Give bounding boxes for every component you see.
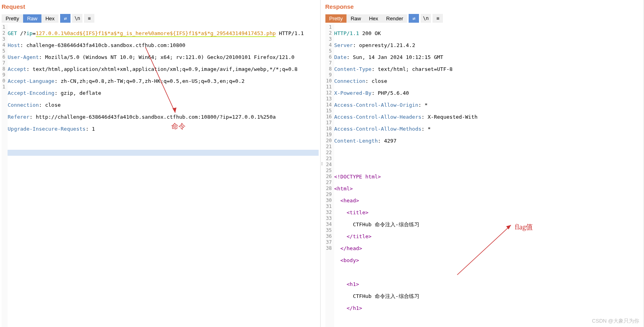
tab-pretty-resp[interactable]: Pretty <box>325 14 347 23</box>
wrap-icon[interactable]: ⇄ <box>60 14 70 23</box>
tab-raw[interactable]: Raw <box>23 14 41 23</box>
tab-render-resp[interactable]: Render <box>382 14 407 23</box>
newline-icon[interactable]: \n <box>72 14 82 23</box>
request-title: Request <box>2 3 319 14</box>
watermark: CSDN @大象只为你 <box>592 317 639 325</box>
wrap-icon-resp[interactable]: ⇄ <box>409 14 419 23</box>
response-panel: Response Pretty Raw Hex Render ⇄ \n ≡ 12… <box>324 0 644 327</box>
request-panel: Request Pretty Raw Hex ⇄ \n ≡ 1234567890… <box>0 0 321 327</box>
response-content[interactable]: HTTP/1.1 200 OK Server: openresty/1.21.4… <box>334 24 642 327</box>
response-gutter: 1234567891011121314151617181920212223242… <box>325 24 334 327</box>
injected-command: 127.0.0.1%0acd${IFS}f1$*a$*g_is_here%0am… <box>36 30 276 37</box>
tab-pretty[interactable]: Pretty <box>2 14 23 23</box>
tab-hex[interactable]: Hex <box>41 14 59 23</box>
response-toolbar: Pretty Raw Hex Render ⇄ \n ≡ <box>325 14 642 24</box>
cursor-line <box>8 150 318 156</box>
panel-divider[interactable]: ••• <box>321 0 324 327</box>
menu-icon[interactable]: ≡ <box>84 14 94 23</box>
request-code[interactable]: 12345678901 GET /?ip=127.0.0.1%0acd${IFS… <box>2 24 319 327</box>
tab-hex-resp[interactable]: Hex <box>365 14 382 23</box>
response-code[interactable]: 1234567891011121314151617181920212223242… <box>325 24 642 327</box>
newline-icon-resp[interactable]: \n <box>421 14 431 23</box>
request-content[interactable]: GET /?ip=127.0.0.1%0acd${IFS}f1$*a$*g_is… <box>8 24 318 327</box>
menu-icon-resp[interactable]: ≡ <box>433 14 443 23</box>
request-toolbar: Pretty Raw Hex ⇄ \n ≡ <box>2 14 319 24</box>
http-method: GET <box>8 30 17 36</box>
tab-raw-resp[interactable]: Raw <box>346 14 365 23</box>
request-gutter: 12345678901 <box>2 24 8 327</box>
response-title: Response <box>325 3 642 14</box>
